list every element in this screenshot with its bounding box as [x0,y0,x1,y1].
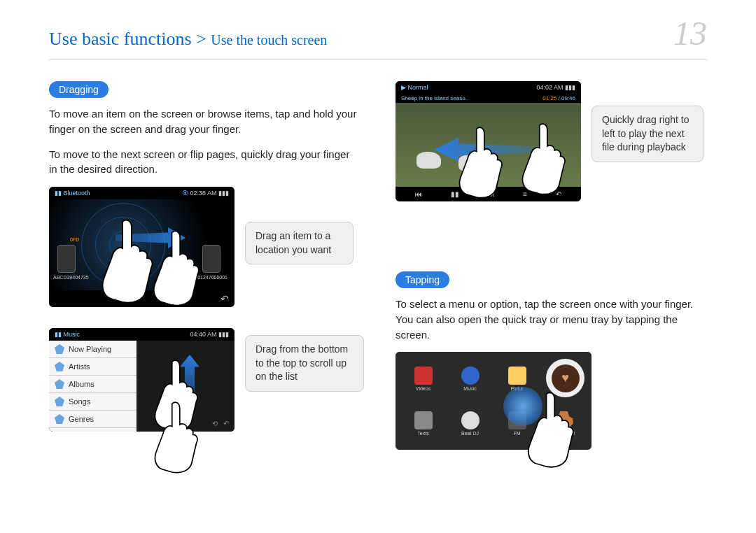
video-mode: ▶ Normal [401,84,428,91]
music-item-genres: Genres [49,411,136,428]
music-item-songs: Songs [49,393,136,411]
music-item-artists: Artists [49,358,136,376]
figure-bluetooth: ▮▮ Bluetooth ⦿ 02:38 AM ▮▮▮ 0FD ABCD3940… [49,187,360,307]
dragging-para2: To move to the next screen or flip pages… [49,147,360,178]
hand-icon-6 [513,120,573,197]
figure-video: ▶ Normal 04:02 AM ▮▮▮ Sheep in the islan… [396,81,707,201]
bt-time: ⦿ 02:38 AM ▮▮▮ [182,190,229,197]
app-texts: Texts [401,402,445,444]
music-list: Now Playing Artists Albums Songs Genres [49,341,136,432]
bt-dev1-label: ABCD39404735 [53,275,89,280]
breadcrumb-sub: Use the touch screen [211,32,327,48]
music-time: 04:40 AM ▮▮▮ [190,331,229,338]
figure-tapping: Videos Music Pictur Texts Beat DJ FM Tou… [396,352,707,450]
dragging-para1: To move an item on the screen or browse … [49,106,360,137]
breadcrumb-main: Use basic functions [49,29,192,49]
bt-device-1 [57,245,76,273]
music-item-nowplaying: Now Playing [49,341,136,358]
music-item-albums: Albums [49,376,136,393]
video-time: 04:02 AM ▮▮▮ [536,84,575,91]
music-screenshot: ▮▮ Music 04:40 AM ▮▮▮ Now Playing Artist… [49,328,234,432]
tapping-label: Tapping [396,271,449,288]
left-column: Dragging To move an item on the screen o… [49,81,360,471]
genres-icon [55,414,64,424]
music-body: Now Playing Artists Albums Songs Genres … [49,341,234,432]
breadcrumb-sep: > [192,29,211,49]
beatdj-icon [461,411,479,429]
bt-status-label: ▮▮ Bluetooth [55,190,90,197]
callout-drag-item: Drag an item to a location you want [245,222,354,264]
songs-icon [55,397,64,406]
page-number: 13 [673,14,707,52]
return-icon: ↶ [220,293,229,304]
pictures-icon [508,367,526,385]
callout-drag-video: Quickly drag right to left to play the n… [592,106,704,162]
video-title: Sheep in the island seaso.. [401,95,468,101]
tapping-para: To select a menu or option, tap the scre… [396,297,707,342]
bt-statusbar: ▮▮ Bluetooth ⦿ 02:38 AM ▮▮▮ [49,187,234,199]
hand-icon-7 [518,388,581,470]
music-status-label: ▮▮ Music [55,331,80,338]
app-music: Music [448,357,492,399]
albums-icon [55,379,64,389]
video-statusbar: ▶ Normal 04:02 AM ▮▮▮ [396,81,581,94]
content-columns: Dragging To move an item on the screen o… [0,81,756,471]
page-header: Use basic functions > Use the touch scre… [0,0,756,59]
videos-icon [414,367,433,385]
callout-scroll-list: Drag from the bottom to the top to scrol… [245,335,364,392]
music-statusbar: ▮▮ Music 04:40 AM ▮▮▮ [49,328,234,341]
artists-icon [55,362,64,371]
music-return-icon: ⟲ ↶ [212,420,229,427]
figure-music: ▮▮ Music 04:40 AM ▮▮▮ Now Playing Artist… [49,328,360,432]
hand-icon-4 [146,398,205,476]
video-progress: 01:25 / 09:46 [542,95,575,101]
sheep-1 [416,152,441,169]
video-infobar: Sheep in the island seaso.. 01:25 / 09:4… [396,94,581,103]
breadcrumb: Use basic functions > Use the touch scre… [49,29,327,50]
spacer [396,222,707,271]
app-videos: Videos [401,357,445,399]
hand-icon-5 [450,123,510,201]
header-divider [49,59,707,60]
bt-ofd-label: 0FD [70,237,79,242]
dragging-label: Dragging [49,81,108,98]
app-beatdj: Beat DJ [448,402,492,444]
texts-icon [414,411,433,429]
music-icon [461,367,479,385]
nowplaying-icon [55,344,64,354]
prev-icon: ⏮ [415,190,422,198]
right-column: ▶ Normal 04:02 AM ▮▮▮ Sheep in the islan… [396,81,707,471]
hand-icon-2 [144,227,206,308]
